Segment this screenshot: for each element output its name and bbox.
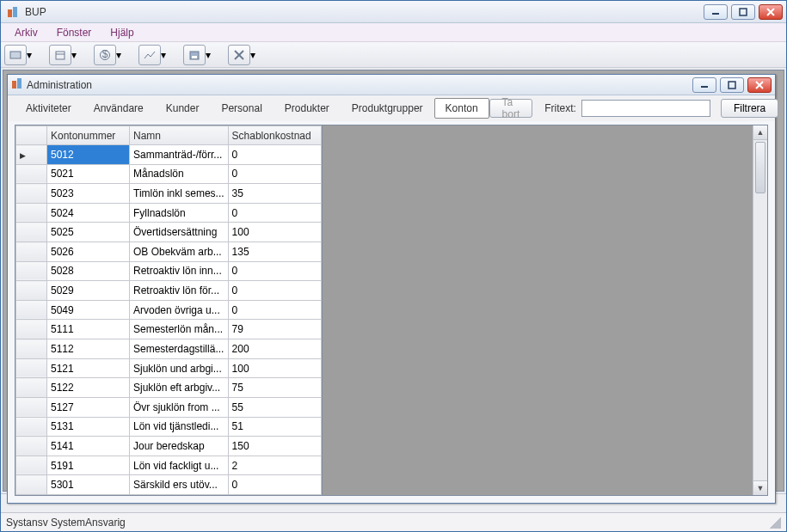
cell-schablonkostnad[interactable]: 2 bbox=[228, 456, 321, 475]
toolbar-btn-6[interactable] bbox=[228, 45, 250, 65]
cell-namn[interactable]: Lön vid fackligt u... bbox=[130, 456, 229, 475]
cell-namn[interactable]: Lön vid tjänstledi... bbox=[130, 417, 229, 437]
table-row[interactable]: 5021Månadslön0 bbox=[16, 164, 322, 184]
table-row[interactable]: 5029Retroaktiv lön för...0 bbox=[16, 281, 322, 301]
cell-kontonummer[interactable]: 5131 bbox=[47, 417, 130, 437]
cell-schablonkostnad[interactable]: 35 bbox=[228, 184, 321, 204]
cell-schablonkostnad[interactable]: 0 bbox=[228, 164, 321, 184]
row-header[interactable] bbox=[16, 358, 47, 378]
table-row[interactable]: 5049Arvoden övriga u...0 bbox=[16, 300, 322, 320]
table-row[interactable]: 5112Semesterdagstillä...200 bbox=[16, 339, 322, 359]
cell-namn[interactable]: Arvoden övriga u... bbox=[130, 300, 229, 320]
table-row[interactable]: 5024Fyllnadslön0 bbox=[16, 203, 322, 223]
vertical-scrollbar[interactable]: ▲ ▼ bbox=[753, 125, 767, 495]
cell-schablonkostnad[interactable]: 150 bbox=[228, 437, 321, 456]
row-header[interactable] bbox=[16, 145, 47, 165]
cell-kontonummer[interactable]: 5111 bbox=[47, 320, 130, 339]
cell-namn[interactable]: Sjuklön eft arbgiv... bbox=[130, 378, 229, 398]
cell-schablonkostnad[interactable]: 79 bbox=[228, 320, 321, 339]
cell-schablonkostnad[interactable]: 100 bbox=[228, 223, 321, 242]
scroll-down-button[interactable]: ▼ bbox=[753, 480, 767, 495]
admin-titlebar[interactable]: Administration bbox=[8, 75, 775, 95]
cell-schablonkostnad[interactable]: 0 bbox=[228, 300, 321, 320]
cell-kontonummer[interactable]: 5141 bbox=[47, 437, 130, 456]
menu-hjalp[interactable]: Hjälp bbox=[101, 25, 142, 40]
tab-aktiviteter[interactable]: Aktiviteter bbox=[15, 98, 83, 119]
table-row[interactable]: 5301Särskild ers utöv...0 bbox=[16, 475, 322, 495]
cell-kontonummer[interactable]: 5127 bbox=[47, 397, 130, 417]
close-button[interactable] bbox=[759, 4, 783, 20]
row-header[interactable] bbox=[16, 437, 47, 456]
cell-kontonummer[interactable]: 5122 bbox=[47, 378, 130, 398]
tab-anvandare[interactable]: Användare bbox=[83, 98, 155, 119]
delete-button[interactable]: Ta bort bbox=[489, 99, 533, 118]
cell-schablonkostnad[interactable]: 100 bbox=[228, 358, 321, 378]
cell-namn[interactable]: Särskild ers utöv... bbox=[130, 475, 229, 495]
scroll-up-button[interactable]: ▲ bbox=[753, 125, 767, 140]
table-row[interactable]: 5012Sammanträd-/förr...0 bbox=[16, 145, 322, 165]
tab-konton[interactable]: Konton bbox=[434, 98, 489, 119]
cell-namn[interactable]: Semesterlön mån... bbox=[130, 320, 229, 339]
tab-personal[interactable]: Personal bbox=[210, 98, 273, 119]
row-header[interactable] bbox=[16, 223, 47, 242]
cell-namn[interactable]: Sammanträd-/förr... bbox=[130, 145, 229, 165]
cell-kontonummer[interactable]: 5121 bbox=[47, 358, 130, 378]
row-header[interactable] bbox=[16, 378, 47, 398]
cell-schablonkostnad[interactable]: 135 bbox=[228, 242, 321, 262]
col-kontonummer[interactable]: Kontonummer bbox=[47, 126, 130, 145]
cell-namn[interactable]: Timlön inkl semes... bbox=[130, 184, 229, 204]
toolbar-btn-5[interactable] bbox=[183, 45, 206, 65]
toolbar-btn-2[interactable] bbox=[49, 45, 71, 65]
cell-namn[interactable]: Fyllnadslön bbox=[130, 203, 229, 223]
table-row[interactable]: 5028Retroaktiv lön inn...0 bbox=[16, 261, 322, 281]
cell-namn[interactable]: Övertidsersättning bbox=[130, 223, 229, 242]
tab-kunder[interactable]: Kunder bbox=[155, 98, 211, 119]
cell-schablonkostnad[interactable]: 0 bbox=[228, 203, 321, 223]
table-row[interactable]: 5023Timlön inkl semes...35 bbox=[16, 184, 322, 204]
row-header[interactable] bbox=[16, 281, 47, 301]
fritext-input[interactable] bbox=[581, 100, 710, 117]
row-header[interactable] bbox=[16, 339, 47, 359]
cell-kontonummer[interactable]: 5012 bbox=[47, 145, 130, 165]
scroll-track[interactable] bbox=[753, 140, 767, 480]
row-header[interactable] bbox=[16, 320, 47, 339]
row-header[interactable] bbox=[16, 203, 47, 223]
tab-produktgrupper[interactable]: Produktgrupper bbox=[341, 98, 434, 119]
col-schablonkostnad[interactable]: Schablonkostnad bbox=[228, 126, 321, 145]
col-namn[interactable]: Namn bbox=[130, 126, 229, 145]
cell-schablonkostnad[interactable]: 0 bbox=[228, 475, 321, 495]
cell-kontonummer[interactable]: 5112 bbox=[47, 339, 130, 359]
cell-namn[interactable]: Jour beredskap bbox=[130, 437, 229, 456]
cell-kontonummer[interactable]: 5191 bbox=[47, 456, 130, 475]
table-row[interactable]: 5026OB Obekväm arb...135 bbox=[16, 242, 322, 262]
menu-fonster[interactable]: Fönster bbox=[48, 25, 101, 40]
resize-grip[interactable] bbox=[769, 517, 781, 529]
cell-namn[interactable]: Retroaktiv lön för... bbox=[130, 281, 229, 301]
cell-namn[interactable]: Månadslön bbox=[130, 164, 229, 184]
cell-kontonummer[interactable]: 5049 bbox=[47, 300, 130, 320]
scroll-thumb[interactable] bbox=[755, 142, 765, 193]
table-row[interactable]: 5191Lön vid fackligt u...2 bbox=[16, 456, 322, 475]
row-header[interactable] bbox=[16, 397, 47, 417]
table-row[interactable]: 5127Övr sjuklön from ...55 bbox=[16, 397, 322, 417]
row-header[interactable] bbox=[16, 417, 47, 437]
row-header[interactable] bbox=[16, 475, 47, 495]
cell-namn[interactable]: Semesterdagstillä... bbox=[130, 339, 229, 359]
row-header[interactable] bbox=[16, 184, 47, 204]
admin-close-button[interactable] bbox=[747, 77, 772, 93]
table-row[interactable]: 5131Lön vid tjänstledi...51 bbox=[16, 417, 322, 437]
toolbar-btn-4[interactable] bbox=[138, 45, 161, 65]
row-header-corner[interactable] bbox=[16, 126, 47, 145]
admin-minimize-button[interactable] bbox=[692, 77, 716, 93]
cell-schablonkostnad[interactable]: 51 bbox=[228, 417, 321, 437]
cell-schablonkostnad[interactable]: 0 bbox=[228, 145, 321, 165]
table-row[interactable]: 5111Semesterlön mån...79 bbox=[16, 320, 322, 339]
cell-namn[interactable]: OB Obekväm arb... bbox=[130, 242, 229, 262]
row-header[interactable] bbox=[16, 164, 47, 184]
row-header[interactable] bbox=[16, 456, 47, 475]
table-row[interactable]: 5141Jour beredskap150 bbox=[16, 437, 322, 456]
cell-kontonummer[interactable]: 5021 bbox=[47, 164, 130, 184]
cell-kontonummer[interactable]: 5024 bbox=[47, 203, 130, 223]
cell-kontonummer[interactable]: 5028 bbox=[47, 261, 130, 281]
toolbar-btn-3[interactable]: $ bbox=[94, 45, 116, 65]
